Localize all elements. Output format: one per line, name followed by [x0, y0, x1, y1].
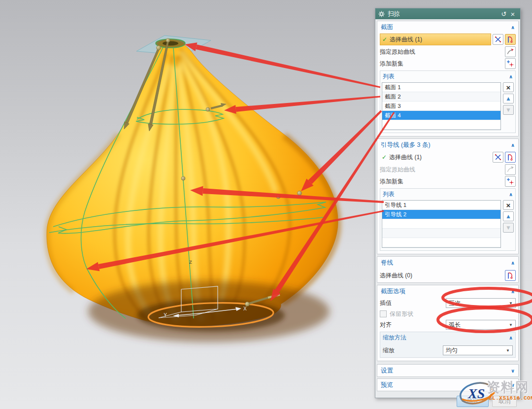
chevron-down-icon[interactable]: ∨ — [511, 368, 515, 374]
curve-rule-icon — [506, 272, 514, 279]
add-set-icon — [506, 60, 514, 68]
check-icon: ✓ — [382, 154, 387, 161]
scaling-method-box: 缩放方法 ∧ 缩放 均匀 ▼ — [380, 332, 516, 358]
add-new-set-button[interactable] — [505, 58, 516, 69]
check-icon: ✓ — [382, 36, 387, 43]
dropdown-arrow-icon: ▼ — [506, 348, 510, 353]
origin-curve-button-disabled — [505, 164, 516, 175]
watermark-logo-text: XS — [467, 386, 485, 401]
chevron-up-icon[interactable]: ∧ — [511, 260, 515, 266]
list-item-empty[interactable] — [382, 238, 500, 247]
watermark: XS 资料网 ZL.XS1616.COM — [458, 377, 532, 408]
curve-rule-icon — [506, 35, 514, 43]
chevron-up-icon[interactable]: ∧ — [511, 142, 515, 148]
curve-rule-button-active[interactable] — [505, 34, 516, 45]
axis-z-label: Z — [189, 260, 192, 265]
group-spine: 脊线 ∧ 选择曲线 (0) — [377, 256, 519, 283]
curve-rule-button[interactable] — [505, 152, 516, 163]
nx-application-window: X Y Z 扫掠 ↺ — [0, 0, 532, 409]
axis-y-label: Y — [164, 312, 167, 318]
alignment-dropdown[interactable]: 弧长 ▼ — [446, 320, 516, 330]
close-button[interactable]: × — [508, 10, 517, 18]
origin-curve-icon — [506, 48, 514, 56]
list-item[interactable]: 截面 1 — [382, 83, 500, 92]
dropdown-arrow-icon: ▼ — [509, 301, 513, 306]
scale-dropdown[interactable]: 均匀 ▼ — [443, 345, 513, 355]
group-section: 截面 ∧ ✓ 选择曲线 (1) — [377, 21, 519, 136]
deselect-icon-button[interactable] — [493, 152, 503, 163]
chevron-up-icon[interactable]: ∧ — [511, 25, 515, 30]
guides-header[interactable]: 引导线 (最多 3 条) ∧ — [377, 139, 518, 151]
gear-icon — [378, 11, 385, 17]
spine-header[interactable]: 脊线 ∧ — [377, 257, 518, 269]
chevron-up-icon[interactable]: ∧ — [511, 289, 515, 294]
curve-rule-icon — [506, 153, 514, 161]
group-guides: 引导线 (最多 3 条) ∧ ✓ 选择曲线 (1) — [377, 138, 519, 254]
list-item[interactable]: 截面 2 — [382, 92, 500, 102]
add-new-set-button[interactable] — [505, 176, 516, 187]
interpolation-row: 插值 三次 ▼ — [377, 297, 518, 309]
section-header[interactable]: 截面 ∧ — [377, 21, 518, 33]
curve-rule-button[interactable] — [505, 270, 516, 281]
section-list-box: 列表 ∧ 截面 1 截面 2 截面 3 截面 4 × ▲ ▼ — [380, 70, 516, 133]
dropdown-arrow-icon: ▼ — [509, 323, 513, 327]
list-item[interactable]: 截面 3 — [382, 102, 500, 111]
dialog-title: 扫掠 — [388, 10, 499, 18]
group-settings-collapsed: 设置 ∨ — [377, 364, 519, 377]
alignment-row: 对齐 弧长 ▼ — [377, 319, 518, 331]
section-add-new-set[interactable]: 添加新集 — [377, 58, 518, 69]
section-list-header[interactable]: 列表 ∧ — [380, 71, 515, 82]
move-up-button[interactable]: ▲ — [503, 94, 514, 103]
guides-add-new-set[interactable]: 添加新集 — [377, 175, 518, 187]
settings-header[interactable]: 设置 ∨ — [377, 365, 518, 376]
cross-arrows-icon — [494, 153, 502, 161]
list-item-selected[interactable]: 引导线 2 — [382, 210, 500, 219]
guides-select-curve[interactable]: ✓ 选择曲线 (1) — [380, 151, 491, 163]
group-section-options: 截面选项 ∧ 插值 三次 ▼ 保留形状 对齐 弧长 ▼ — [377, 285, 519, 361]
reset-button[interactable]: ↺ — [499, 10, 508, 18]
watermark-url: ZL.XS1616.COM — [489, 395, 532, 401]
guides-list-box: 列表 ∧ 引导线 1 引导线 2 × ▲ ▼ — [380, 188, 516, 251]
list-item[interactable]: 引导线 1 — [382, 201, 500, 210]
add-set-icon — [506, 177, 514, 185]
preserve-shape-row: 保留形状 — [377, 309, 518, 319]
axis-x-label: X — [243, 306, 247, 311]
scaling-method-header[interactable]: 缩放方法 ∧ — [380, 332, 515, 343]
move-down-button[interactable]: ▼ — [503, 223, 514, 233]
top-opening — [163, 41, 178, 46]
delete-item-button[interactable]: × — [503, 200, 514, 210]
move-down-button[interactable]: ▼ — [503, 105, 514, 115]
guides-specify-original[interactable]: 指定原始曲线 — [377, 164, 518, 175]
list-item-empty[interactable] — [382, 120, 500, 130]
list-item-empty[interactable] — [382, 229, 500, 238]
list-item-selected[interactable]: 截面 4 — [382, 111, 500, 120]
spine-select-curve[interactable]: 选择曲线 (0) — [377, 269, 518, 282]
chevron-up-icon[interactable]: ∧ — [509, 192, 513, 197]
section-specify-original[interactable]: 指定原始曲线 — [377, 46, 518, 58]
interpolation-dropdown[interactable]: 三次 ▼ — [446, 298, 516, 308]
section-list: 截面 1 截面 2 截面 3 截面 4 — [382, 82, 501, 130]
guides-list: 引导线 1 引导线 2 — [382, 200, 501, 248]
origin-curve-button[interactable] — [505, 46, 516, 57]
preserve-shape-checkbox[interactable] — [380, 310, 387, 317]
chevron-up-icon[interactable]: ∧ — [509, 335, 513, 341]
svg-text:XS: XS — [467, 386, 485, 401]
section-options-header[interactable]: 截面选项 ∧ — [377, 285, 518, 297]
watermark-site-name: 资料网 — [487, 378, 530, 396]
sweep-dialog: 扫掠 ↺ × 截面 ∧ ✓ 选择曲线 (1) — [375, 8, 521, 398]
chevron-up-icon[interactable]: ∧ — [509, 74, 513, 79]
dialog-titlebar[interactable]: 扫掠 ↺ × — [375, 8, 520, 19]
delete-item-button[interactable]: × — [503, 82, 514, 92]
scale-row: 缩放 均匀 ▼ — [380, 343, 515, 357]
cross-arrows-icon — [494, 35, 502, 43]
origin-curve-icon — [506, 166, 514, 173]
move-up-button[interactable]: ▲ — [503, 211, 514, 221]
list-item-empty[interactable] — [382, 219, 500, 229]
section-select-curve[interactable]: ✓ 选择曲线 (1) — [380, 34, 491, 45]
guides-list-header[interactable]: 列表 ∧ — [380, 189, 515, 200]
deselect-icon-button[interactable] — [493, 34, 503, 45]
